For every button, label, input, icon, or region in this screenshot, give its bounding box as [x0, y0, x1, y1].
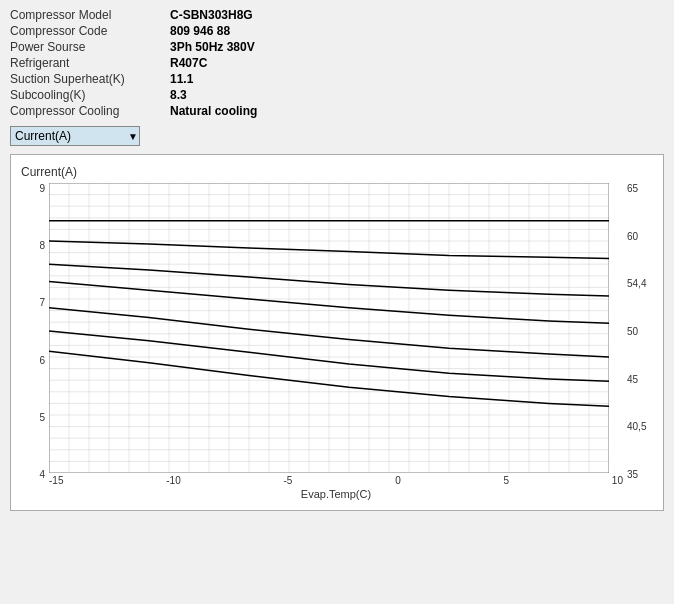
right-tick-544: 54,4: [627, 278, 653, 289]
label-subcooling: Subcooling(K): [10, 88, 170, 102]
info-row-subcooling: Subcooling(K) 8.3: [10, 88, 664, 102]
x-tick-minus15: -15: [49, 475, 63, 486]
y-tick-8: 8: [39, 240, 45, 251]
right-tick-45: 45: [627, 374, 653, 385]
info-table: Compressor Model C-SBN303H8G Compressor …: [10, 8, 664, 118]
label-refrigerant: Refrigerant: [10, 56, 170, 70]
info-row-refrigerant: Refrigerant R407C: [10, 56, 664, 70]
label-suction-superheat: Suction Superheat(K): [10, 72, 170, 86]
x-axis-labels: -15 -10 -5 0 5 10: [49, 473, 623, 486]
label-compressor-model: Compressor Model: [10, 8, 170, 22]
dropdown-row: Current(A) Power(W) COP Capacity(W) ▼: [10, 126, 664, 146]
info-row-superheat: Suction Superheat(K) 11.1: [10, 72, 664, 86]
right-tick-405: 40,5: [627, 421, 653, 432]
chart-canvas: [49, 183, 609, 473]
chart-inner: -15 -10 -5 0 5 10 Evap.Temp(C): [49, 183, 623, 500]
value-suction-superheat: 11.1: [170, 72, 193, 86]
x-tick-minus10: -10: [166, 475, 180, 486]
value-compressor-cooling: Natural cooling: [170, 104, 257, 118]
y-tick-9: 9: [39, 183, 45, 194]
value-power-source: 3Ph 50Hz 380V: [170, 40, 255, 54]
right-tick-50: 50: [627, 326, 653, 337]
value-compressor-model: C-SBN303H8G: [170, 8, 253, 22]
y-tick-4: 4: [39, 469, 45, 480]
label-compressor-code: Compressor Code: [10, 24, 170, 38]
label-power-source: Power Sourse: [10, 40, 170, 54]
x-tick-5: 5: [504, 475, 510, 486]
chart-type-dropdown[interactable]: Current(A) Power(W) COP Capacity(W): [10, 126, 140, 146]
info-row-cooling: Compressor Cooling Natural cooling: [10, 104, 664, 118]
value-compressor-code: 809 946 88: [170, 24, 230, 38]
x-tick-minus5: -5: [283, 475, 292, 486]
y-tick-6: 6: [39, 355, 45, 366]
info-row-model: Compressor Model C-SBN303H8G: [10, 8, 664, 22]
right-axis: 65 60 54,4 50 45 40,5 35: [623, 183, 653, 500]
y-axis: 9 8 7 6 5 4: [21, 183, 49, 500]
x-tick-0: 0: [395, 475, 401, 486]
value-refrigerant: R407C: [170, 56, 207, 70]
chart-y-title: Current(A): [21, 165, 653, 179]
dropdown-wrapper[interactable]: Current(A) Power(W) COP Capacity(W) ▼: [10, 126, 140, 146]
label-compressor-cooling: Compressor Cooling: [10, 104, 170, 118]
main-container: Compressor Model C-SBN303H8G Compressor …: [0, 0, 674, 519]
info-row-code: Compressor Code 809 946 88: [10, 24, 664, 38]
y-tick-5: 5: [39, 412, 45, 423]
y-tick-7: 7: [39, 297, 45, 308]
x-axis-title: Evap.Temp(C): [49, 488, 623, 500]
info-row-power: Power Sourse 3Ph 50Hz 380V: [10, 40, 664, 54]
chart-area: 9 8 7 6 5 4 -15 -10 -5 0 5 10 Evap.Temp(…: [21, 183, 653, 500]
chart-container: Current(A) 9 8 7 6 5 4 -15 -10 -5 0 5 10: [10, 154, 664, 511]
value-subcooling: 8.3: [170, 88, 187, 102]
right-tick-35: 35: [627, 469, 653, 480]
right-tick-60: 60: [627, 231, 653, 242]
right-tick-65: 65: [627, 183, 653, 194]
x-tick-10: 10: [612, 475, 623, 486]
